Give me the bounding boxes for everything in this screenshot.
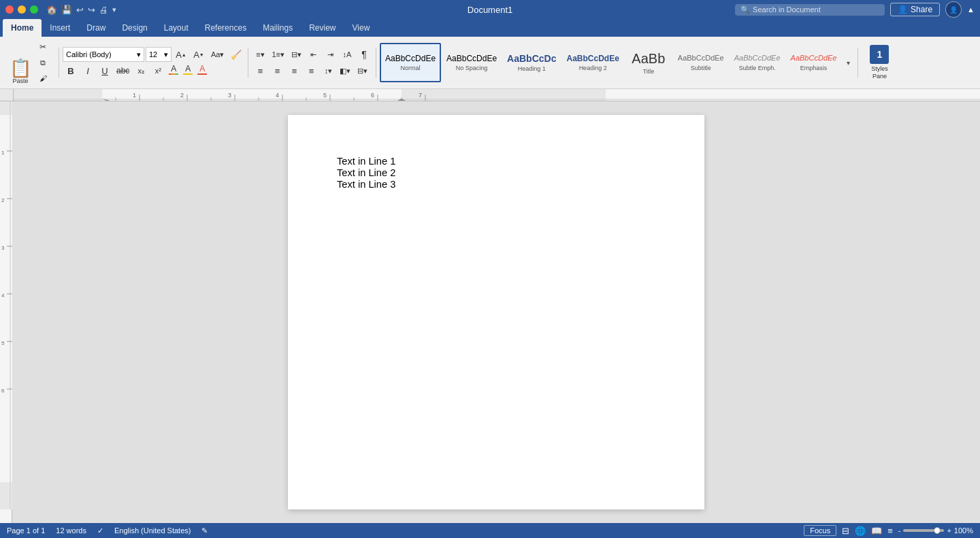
align-right-button[interactable]: ≡	[286, 63, 302, 78]
title-bar: 🏠 💾 ↩ ↪ 🖨 ▾ Document1 🔍 Search in Docume…	[0, 0, 980, 19]
zoom-slider[interactable]	[903, 529, 944, 532]
bullet-list-button[interactable]: ≡▾	[252, 47, 268, 62]
numbered-list-button[interactable]: 1≡▾	[269, 47, 287, 62]
show-formatting-button[interactable]: ¶	[356, 47, 372, 62]
home-icon[interactable]: 🏠	[46, 5, 57, 15]
document-title: Document1	[468, 5, 512, 15]
save-icon[interactable]: 💾	[61, 5, 72, 15]
style-more-icon: ▾	[847, 59, 850, 67]
tab-home[interactable]: Home	[3, 19, 42, 37]
line-spacing-button[interactable]: ↕▾	[320, 63, 336, 78]
style-title[interactable]: AaBb Title	[625, 43, 672, 82]
text-effects-button[interactable]: A	[167, 63, 180, 78]
clear-formatting-button[interactable]: 🧹	[228, 47, 244, 62]
subscript-button[interactable]: x₂	[133, 63, 149, 78]
increase-font-button[interactable]: A▲	[173, 47, 189, 62]
increase-indent-button[interactable]: ⇥	[322, 47, 338, 62]
font-size-combo[interactable]: 12 ▾	[146, 47, 172, 62]
strikethrough-button[interactable]: abc	[114, 63, 132, 78]
paste-icon: 📋	[10, 59, 31, 77]
decrease-font-button[interactable]: A▼	[191, 47, 207, 62]
font-name-arrow: ▾	[137, 50, 141, 59]
font-size-value: 12	[149, 50, 157, 58]
borders-button[interactable]: ⊟▾	[354, 63, 370, 78]
style-title-preview: AaBb	[632, 50, 665, 67]
language[interactable]: English (United States)	[114, 526, 191, 535]
tab-insert[interactable]: Insert	[42, 19, 78, 37]
style-heading2-preview: AaBbCcDdEe	[566, 54, 619, 63]
svg-text:4: 4	[1, 292, 5, 299]
proofing-icon[interactable]: ✓	[97, 526, 103, 535]
ribbon-collapse-icon[interactable]: ▲	[967, 5, 975, 14]
underline-button[interactable]: U	[97, 63, 113, 78]
tab-layout[interactable]: Layout	[156, 19, 197, 37]
style-heading2[interactable]: AaBbCcDdEe Heading 2	[561, 43, 623, 82]
tab-design[interactable]: Design	[114, 19, 155, 37]
cut-button[interactable]: ✂	[35, 39, 51, 54]
style-heading1-preview: AaBbCcDc	[507, 53, 556, 65]
zoom-out-button[interactable]: -	[898, 526, 901, 535]
font-name-combo[interactable]: Calibri (Body) ▾	[63, 47, 144, 62]
multilevel-list-button[interactable]: ⊟▾	[288, 47, 304, 62]
style-no-spacing[interactable]: AaBbCcDdEe No Spacing	[442, 43, 502, 82]
format-painter-button[interactable]: 🖌	[35, 71, 51, 86]
style-no-spacing-label: No Spacing	[456, 65, 488, 71]
justify-button[interactable]: ≡	[303, 63, 319, 78]
view-mode-print-icon[interactable]: ⊟	[842, 526, 849, 536]
share-button[interactable]: 👤 Share	[890, 3, 940, 16]
tab-draw[interactable]: Draw	[78, 19, 114, 37]
close-button[interactable]	[5, 5, 14, 14]
style-subtitle[interactable]: AaBbCcDdEe Subtitle	[673, 43, 729, 82]
customize-quick-access[interactable]: ▾	[112, 5, 116, 14]
view-mode-web-icon[interactable]: 🌐	[855, 526, 866, 536]
focus-button[interactable]: Focus	[804, 525, 836, 536]
copy-button[interactable]: ⧉	[35, 55, 51, 70]
style-heading1[interactable]: AaBbCcDc Heading 1	[502, 43, 561, 82]
doc-line-1: Text in Line 1	[337, 156, 655, 167]
svg-text:6: 6	[371, 92, 374, 99]
document-page[interactable]: Text in Line 1 Text in Line 2 Text in Li…	[288, 115, 704, 509]
style-more-button[interactable]: ▾	[842, 43, 854, 82]
decrease-indent-button[interactable]: ⇤	[305, 47, 321, 62]
tab-references[interactable]: References	[197, 19, 255, 37]
bold-button[interactable]: B	[63, 63, 79, 78]
svg-text:5: 5	[1, 340, 5, 346]
svg-text:2: 2	[180, 92, 184, 99]
minimize-button[interactable]	[18, 5, 26, 14]
svg-rect-3	[402, 89, 606, 101]
tab-mailings[interactable]: Mailings	[255, 19, 301, 37]
change-case-button[interactable]: Aa▾	[208, 47, 227, 62]
paste-button[interactable]: 📋 Paste	[7, 58, 34, 86]
print-icon[interactable]: 🖨	[99, 5, 108, 15]
style-subtle-emphasis[interactable]: AaBbCcDdEe Subtle Emph.	[730, 43, 785, 82]
track-changes-icon[interactable]: ✎	[201, 526, 208, 535]
sort-button[interactable]: ↕A	[339, 47, 355, 62]
tab-review[interactable]: Review	[301, 19, 344, 37]
shading-button[interactable]: ◧▾	[337, 63, 353, 78]
document-canvas[interactable]: Text in Line 1 Text in Line 2 Text in Li…	[12, 101, 980, 523]
svg-rect-27	[0, 101, 12, 115]
search-placeholder: Search in Document	[753, 5, 821, 14]
style-subtitle-label: Subtitle	[691, 65, 711, 71]
text-highlight-button[interactable]: A	[181, 63, 195, 78]
maximize-button[interactable]	[30, 5, 38, 14]
view-mode-read-icon[interactable]: 📖	[871, 526, 882, 536]
svg-rect-25	[0, 101, 12, 509]
font-color-button[interactable]: A	[195, 63, 209, 78]
profile-icon[interactable]: 👤	[945, 1, 962, 18]
search-box[interactable]: 🔍 Search in Document	[735, 4, 885, 16]
redo-icon[interactable]: ↪	[88, 5, 95, 15]
superscript-button[interactable]: x²	[150, 63, 166, 78]
style-normal[interactable]: AaBbCcDdEe Normal	[380, 43, 441, 82]
align-center-button[interactable]: ≡	[269, 63, 285, 78]
horizontal-ruler: 1 2 3 4 5 6 7	[14, 89, 980, 101]
zoom-in-button[interactable]: +	[947, 526, 951, 535]
paragraph-row2: ≡ ≡ ≡ ≡ ↕▾ ◧▾ ⊟▾	[252, 63, 372, 78]
align-left-button[interactable]: ≡	[252, 63, 268, 78]
view-track-icon[interactable]: ≡	[887, 526, 893, 536]
undo-icon[interactable]: ↩	[76, 5, 84, 15]
styles-pane-button[interactable]: 1 Styles Pane	[862, 43, 897, 82]
italic-button[interactable]: I	[80, 63, 96, 78]
style-emphasis[interactable]: AaBbCcDdEe Emphasis	[786, 43, 842, 82]
tab-view[interactable]: View	[344, 19, 378, 37]
